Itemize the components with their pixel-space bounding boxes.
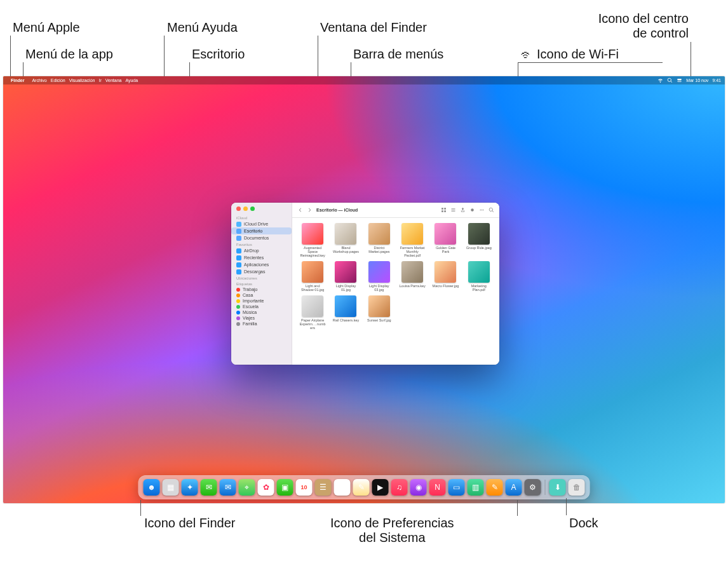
menubar: Finder ArchivoEdiciónVisualizaciónIrVent… [3,76,725,84]
wifi-status-icon[interactable] [657,78,663,84]
sidebar-tag[interactable]: Importante [231,298,292,304]
search-button[interactable] [489,207,494,213]
callout-control-center: Icono del centro de control [598,11,689,41]
file-item[interactable]: Louisa Parra.key [397,261,428,292]
tag-dot-icon [236,288,240,292]
sidebar-tag[interactable]: Escuela [231,304,292,309]
file-thumb-icon [302,295,323,317]
dock-app-música[interactable]: ♫ [391,479,408,496]
menubar-date[interactable]: Mar 10 nov [686,78,708,83]
svg-point-7 [480,209,482,210]
callout-desktop: Escritorio [192,47,245,62]
sidebar-item[interactable]: Aplicaciones [231,261,292,268]
file-name: Sunset Surf.jpg [367,318,391,322]
sidebar-tag[interactable]: Trabajo [231,287,292,292]
file-item[interactable]: Light and Shadow 01.jpg [297,261,328,292]
menu-ayuda[interactable]: Ayuda [125,78,138,83]
menu-edición[interactable]: Edición [51,78,65,83]
sidebar-item[interactable]: Documentos [231,234,292,241]
sidebar-tag[interactable]: Música [231,309,292,315]
file-item[interactable]: Augmented Space Reimagined.key [297,223,328,257]
dock-app-podcasts[interactable]: ◉ [410,479,427,496]
dock-app-recordatorios[interactable]: ☰ [334,479,351,496]
file-item[interactable]: Bland Workshop.pages [330,223,361,257]
share-button[interactable] [460,207,466,213]
tag-dot-icon [236,311,240,314]
svg-rect-4 [442,210,443,212]
dock-app-news[interactable]: N [429,479,446,496]
sidebar-tag[interactable]: Viajes [231,315,292,321]
file-item[interactable]: District Market.pages [364,223,394,257]
menubar-time[interactable]: 9:41 [712,78,721,83]
folder-icon [236,229,241,234]
dock-app-mapas[interactable]: ⌖ [239,479,255,496]
file-item[interactable]: Group Ride.jpeg [464,223,494,257]
file-thumb-icon [302,223,323,245]
dock-app-safari[interactable]: ✦ [182,479,198,496]
dock-app-descargas[interactable]: ⬇ [549,479,566,496]
dock-app-finder[interactable]: ☻ [144,479,160,496]
control-center-icon[interactable] [677,78,682,84]
view-icons-button[interactable] [441,207,447,213]
nav-forward-button[interactable] [307,207,313,213]
sidebar-tag[interactable]: Casa [231,292,292,298]
sidebar-item[interactable]: iCloud Drive [231,220,292,227]
dock-app-tv[interactable]: ▶ [372,479,389,496]
file-item[interactable]: Sunset Surf.jpg [364,295,394,330]
callout-finder-window: Ventana del Finder [320,20,427,35]
file-item[interactable]: Golden Gate Park [430,223,461,257]
menu-ventana[interactable]: Ventana [105,78,122,83]
file-item[interactable]: Paper Airplane Experim….numbers [297,295,328,330]
dock-app-mensajes[interactable]: ✉ [201,479,217,496]
file-name: Macro Flower.jpg [433,284,459,288]
file-thumb-icon [368,295,390,317]
dock-app-contactos[interactable]: ☰ [315,479,332,496]
tag-dot-icon [236,322,240,326]
dock-app-facetime[interactable]: ▣ [277,479,293,496]
callout-finder-icon: Icono del Finder [144,516,235,531]
file-item[interactable]: Light Display 03.jpg [364,261,394,292]
menu-ir[interactable]: Ir [98,78,101,83]
window-close-button[interactable] [236,206,241,211]
file-item[interactable]: Rail Chasers.key [330,295,361,330]
group-button[interactable] [450,207,456,213]
file-item[interactable]: Farmers Market Monthly Packet.pdf [397,223,428,257]
menu-visualización[interactable]: Visualización [69,78,95,83]
file-name: Rail Chasers.key [333,318,360,322]
file-item[interactable]: Marketing Plan.pdf [464,261,494,292]
dock-app-pages[interactable]: ✎ [487,479,503,496]
window-zoom-button[interactable] [250,206,255,211]
file-item[interactable]: Macro Flower.jpg [430,261,461,292]
nav-back-button[interactable] [297,207,303,213]
sidebar-item[interactable]: Descargas [231,268,292,275]
file-name: Farmers Market Monthly Packet.pdf [398,246,426,257]
menu-archivo[interactable]: Archivo [32,78,46,83]
file-thumb-icon [368,261,390,283]
tags-button[interactable] [469,207,475,213]
dock-app-app-store[interactable]: A [506,479,522,496]
callout-wifi: ᯤIcono de Wi-Fi [520,47,619,63]
app-menu[interactable]: Finder [11,78,24,83]
file-item[interactable]: Light Display 01.jpg [330,261,361,292]
dock-app-notas[interactable]: ✎ [353,479,370,496]
dock-app-keynote[interactable]: ▭ [448,479,465,496]
cloud-icon [236,222,241,227]
file-name: Marketing Plan.pdf [465,284,493,292]
window-minimize-button[interactable] [243,206,248,211]
dock-app-numbers[interactable]: ▥ [468,479,484,496]
dock-app-calendario[interactable]: 10 [296,479,313,496]
spotlight-icon[interactable] [667,78,673,84]
sidebar-tag[interactable]: Familia [231,321,292,327]
file-name: Light and Shadow 01.jpg [299,284,327,292]
dock-app-prefs-sistema[interactable]: ⚙ [525,479,541,496]
sidebar-item[interactable]: Recientes [231,254,292,261]
sidebar-item[interactable]: Escritorio [231,227,292,234]
sidebar-tag-label: Importante [243,299,264,303]
sidebar-item[interactable]: AirDrop [231,247,292,254]
macos-desktop-screenshot: Finder ArchivoEdiciónVisualizaciónIrVent… [3,76,725,503]
dock-app-launchpad[interactable]: ▦ [163,479,179,496]
dock-app-fotos[interactable]: ✿ [258,479,274,496]
dock-app-mail[interactable]: ✉ [220,479,236,496]
action-button[interactable] [479,207,485,213]
dock-app-papelera[interactable]: 🗑 [569,479,585,496]
